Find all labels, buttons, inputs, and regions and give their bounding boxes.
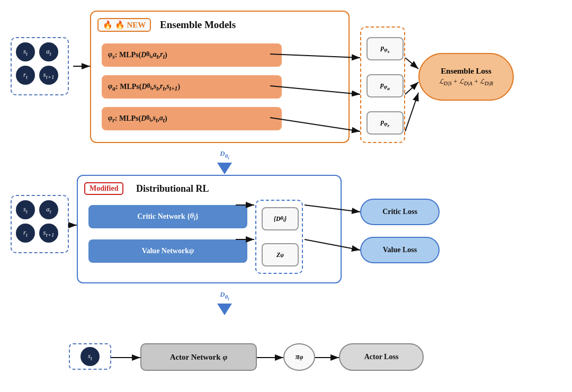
pi-phi: πφ	[283, 343, 315, 371]
svg-line-7	[405, 82, 418, 94]
value-loss: Value Loss	[360, 237, 440, 263]
d-item2: Zψ	[262, 243, 299, 266]
p-box: pφs pφa pφr	[360, 26, 405, 143]
actor-st-node: st	[81, 347, 100, 366]
d-item1: {Dθi}	[262, 207, 299, 230]
node-at: at	[39, 42, 58, 61]
mlp-row3: φr: MLPs(Dθi, st, at)	[102, 107, 282, 130]
node-st1-s2: st+1	[39, 224, 58, 243]
node-rt: rt	[16, 66, 35, 85]
node-st: st	[16, 42, 35, 61]
node-at-s2: at	[39, 200, 58, 219]
critic-network-row: Critic Network {θi}	[88, 205, 247, 228]
svg-line-8	[405, 93, 418, 131]
p-item1: pφs	[367, 37, 404, 60]
actor-network-box: Actor Network φ	[140, 343, 257, 371]
ensemble-box: 🔥 🔥 NEW Ensemble Models φs: MLPs(Dθi, at…	[90, 11, 350, 143]
svg-line-6	[405, 58, 418, 69]
input-nodes-section1: st at rt st+1	[11, 37, 69, 95]
mlp-row2: φa: MLPs(Dθi, st, rt, st+1)	[102, 75, 282, 99]
distrl-title: Distributional RL	[136, 183, 209, 194]
node-rt-s2: rt	[16, 224, 35, 243]
actor-loss: Actor Loss	[339, 343, 424, 371]
node-st-s2: st	[16, 200, 35, 219]
down-arrow-2: Dθi	[217, 290, 232, 315]
node-st1: st+1	[39, 66, 58, 85]
ensemble-loss-title: Ensemble Loss	[441, 67, 491, 76]
mlp-row1: φs: MLPs(Dθi, at, rt)	[102, 43, 282, 67]
critic-loss: Critic Loss	[360, 199, 440, 225]
ensemble-title: Ensemble Models	[160, 19, 236, 31]
ensemble-loss: Ensemble Loss ℒD|S + ℒD|A + ℒD|R	[418, 53, 514, 101]
d-box: {Dθi} Zψ	[255, 200, 303, 274]
input-nodes-section2: st at rt st+1	[11, 195, 69, 253]
p-item2: pφa	[367, 74, 404, 97]
modified-badge: Modified	[84, 182, 123, 195]
value-network-row: Value Network ψ	[88, 239, 247, 263]
distrl-box: Modified Distributional RL Critic Networ…	[77, 175, 342, 283]
down-arrow-1: Dθi	[217, 149, 232, 174]
actor-input-node: st	[69, 343, 111, 370]
p-item3: pφr	[367, 111, 404, 135]
new-badge: 🔥 🔥 NEW	[97, 18, 151, 32]
ensemble-loss-formula: ℒD|S + ℒD|A + ℒD|R	[439, 78, 493, 86]
